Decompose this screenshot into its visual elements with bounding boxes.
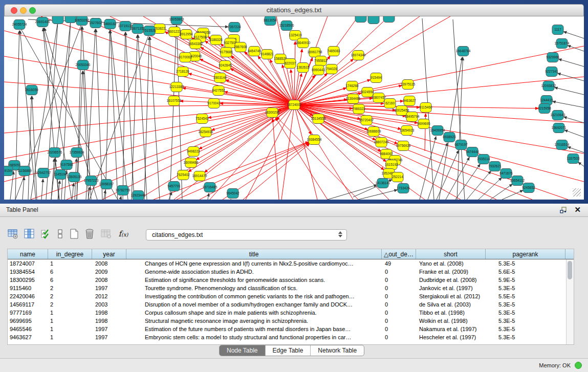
table-row[interactable]: 977716911998Corpus callosum shape and si… [8,309,574,317]
citation-edge-red[interactable] [205,105,294,172]
table-select-dropdown[interactable]: citations_edges.txt [146,229,347,240]
citation-edge-red[interactable] [294,105,584,182]
column-header-pagerank[interactable]: pagerank [486,249,565,259]
graph-node[interactable]: 7485083 [327,47,340,56]
column-header-out-degree[interactable]: △ out_de… [382,249,416,259]
graph-node[interactable]: 15692071 [552,123,567,133]
citation-edge-black[interactable] [490,184,512,200]
graph-node[interactable]: 1733426 [397,184,410,193]
table-row[interactable]: 946554611997Estimation of the future num… [8,325,574,333]
graph-node[interactable]: 7932621 [488,162,502,171]
citation-edge-black[interactable] [96,29,102,200]
graph-node[interactable]: 19756928 [396,141,411,151]
citation-edge-black[interactable] [120,196,121,200]
table-row[interactable]: 946362711997Embryonic stem cells: a mode… [8,333,574,341]
citation-edge-black[interactable] [138,35,147,200]
column-header-in-degree[interactable]: in_degree [48,249,92,259]
memory-ok-icon[interactable] [575,362,582,369]
graph-node[interactable]: 39159 [4,166,13,176]
citation-edge-black[interactable] [578,162,584,166]
graph-node[interactable]: 13958167 [99,180,114,189]
graph-node[interactable]: 16053803 [169,16,184,25]
graph-node[interactable]: 10654112 [510,176,525,186]
tab-node-table[interactable]: Node Table [220,345,266,356]
graph-node[interactable]: 8471676 [499,169,513,179]
graph-node[interactable]: 15720407 [359,116,374,125]
graph-node[interactable]: 16543382 [188,39,203,49]
graph-node[interactable]: 7625402 [177,170,190,180]
table-row[interactable]: 1938455462009Genome-wide association stu… [8,268,574,276]
citation-edge-black[interactable] [555,87,584,95]
graph-node[interactable]: 9457791 [167,182,181,191]
graph-node[interactable]: 9329966 [546,53,559,62]
graph-node[interactable]: 16914479 [192,171,207,181]
graph-node[interactable]: 16974349 [351,51,366,60]
citation-edge-black[interactable] [559,59,584,67]
graph-node[interactable]: 9699695 [417,119,430,129]
graph-node[interactable]: 14136141 [376,179,390,188]
graph-node[interactable]: 16210643 [551,111,565,120]
table-row[interactable]: 1872400712008Changes of HCN gene express… [8,259,574,268]
graph-node[interactable]: 9498222 [187,147,200,157]
citation-edge-red[interactable] [4,105,294,107]
network-canvas[interactable]: 1872400776382286012238912954152260589127… [4,16,584,200]
graph-node[interactable]: 9146821 [260,50,274,59]
graph-node[interactable]: 8813054 [264,16,277,26]
float-panel-icon[interactable] [559,206,568,214]
citation-edge-red[interactable] [281,105,294,200]
graph-node[interactable]: 16640910 [296,38,311,48]
table-row[interactable]: 1830029562008Estimation of significance … [8,276,574,284]
graph-node[interactable]: 2803144 [213,73,227,83]
graph-node[interactable]: 9245652 [522,183,535,193]
citation-edge-red[interactable] [4,105,294,133]
citation-edge-black[interactable] [144,37,149,200]
graph-node[interactable]: 18495794 [405,112,420,122]
graph-node[interactable]: 12093832 [541,81,556,91]
resize-grip-icon[interactable] [573,188,581,196]
graph-node[interactable]: 2867608 [234,42,247,52]
citation-edge-black[interactable] [105,30,110,200]
graph-node[interactable]: 8427552 [212,86,225,96]
citation-edge-red[interactable] [200,143,309,200]
citation-edge-black[interactable] [110,27,128,200]
graph-node[interactable]: 9175685 [220,48,233,57]
graph-node[interactable] [383,16,395,23]
graph-node[interactable]: 9463627 [403,96,416,106]
graph-node[interactable]: 13505135 [67,172,82,182]
citation-edge-black[interactable] [41,179,43,200]
citation-edge-black[interactable] [328,185,377,200]
graph-node[interactable]: 2718126 [176,67,189,77]
graph-node[interactable]: 15218506 [279,21,294,31]
graph-node[interactable]: 8912954 [180,30,193,39]
citation-edge-black[interactable] [446,157,469,200]
graph-node[interactable]: 16107553 [167,96,182,106]
graph-node[interactable]: 822037 [285,59,296,69]
citation-edge-red[interactable] [4,82,294,105]
graph-node[interactable]: 12213383 [169,82,184,92]
graph-node[interactable]: 16409954 [430,126,445,136]
graph-node[interactable]: 8938923 [443,133,456,142]
graph-node[interactable]: 20691406 [35,17,50,27]
graph-node[interactable] [52,16,63,24]
vertical-scrollbar[interactable] [566,259,574,344]
graph-node[interactable]: 12942757 [36,168,51,178]
citation-edge-red[interactable] [4,56,294,105]
graph-node[interactable]: 12923446 [131,191,146,200]
graph-node[interactable]: 9115460 [420,103,432,113]
column-header-short[interactable]: short [416,249,486,259]
graph-node[interactable]: 10688609 [366,127,381,137]
table-row[interactable]: 969969511998Structural magnetic resonanc… [8,317,574,325]
graph-node[interactable]: 9242845 [219,61,232,71]
citation-edge-black[interactable] [553,101,584,107]
graph-node[interactable]: 9170041 [207,99,221,108]
graph-node[interactable]: 15716485 [203,183,217,192]
citation-edge-black[interactable] [111,30,118,200]
graph-node[interactable]: 2935114 [477,155,490,164]
citation-edge-black[interactable] [15,31,19,200]
graph-node[interactable]: 16782759 [116,186,130,195]
graph-node[interactable]: 13654923 [400,126,415,136]
graph-node[interactable]: 16099484 [184,158,199,168]
graph-node[interactable]: 15751874 [555,39,570,49]
table-row[interactable]: 911546021997Tourette syndrome. Phenomeno… [8,284,574,292]
graph-node[interactable]: 17359924 [70,148,84,158]
